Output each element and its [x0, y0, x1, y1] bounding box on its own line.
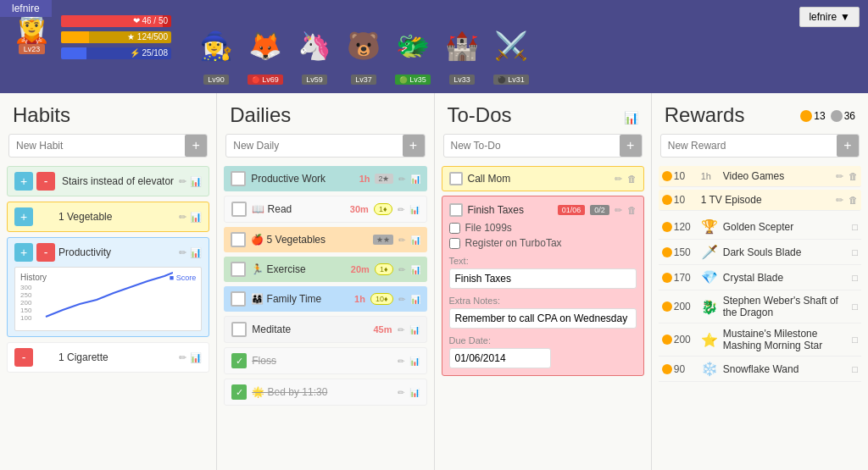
daily-bar-icon[interactable]: 📊 — [409, 388, 420, 397]
reward-select-icon[interactable]: □ — [852, 364, 858, 374]
daily-edit-icon[interactable]: ✏ — [398, 388, 404, 397]
char-7[interactable]: ⚔️ ⚫Lv31 — [490, 18, 532, 85]
todo-item: Call Mom ✏ 🗑 — [442, 166, 644, 191]
habit-plus-btn[interactable]: + — [14, 172, 33, 191]
reward-select-icon[interactable]: □ — [852, 335, 858, 345]
daily-edit-icon[interactable]: ✏ — [398, 265, 405, 274]
habit-edit-icon[interactable]: ✏ — [179, 212, 186, 223]
char-1[interactable]: 🧙‍♀️ Lv90 — [195, 18, 237, 85]
todo-notes-field[interactable] — [449, 308, 637, 329]
daily-checkbox[interactable]: ✓ — [231, 384, 247, 400]
add-daily-button[interactable]: + — [403, 135, 425, 157]
daily-checkbox[interactable] — [231, 322, 247, 337]
char-2[interactable]: 🦊 🔴Lv69 — [244, 18, 287, 85]
reward-select-icon[interactable]: □ — [852, 222, 858, 232]
daily-bar-icon[interactable]: 📊 — [409, 205, 420, 214]
daily-checkbox[interactable] — [231, 262, 246, 277]
daily-bar-icon[interactable]: 📊 — [410, 265, 420, 274]
subtask-checkbox-2[interactable] — [449, 238, 460, 249]
reward-edit-icon[interactable]: ✏ — [836, 195, 843, 206]
new-daily-input-row: + — [225, 134, 425, 158]
habit-edit-icon[interactable]: ✏ — [179, 352, 186, 363]
daily-checkbox[interactable] — [231, 291, 246, 307]
rewards-coins: 13 36 — [800, 110, 855, 122]
new-reward-input[interactable] — [661, 135, 837, 157]
daily-checkbox[interactable] — [231, 232, 246, 247]
reward-cost: 10 — [662, 194, 696, 206]
todo-checkbox[interactable] — [449, 172, 463, 185]
daily-checkbox[interactable] — [231, 171, 246, 186]
habit-edit-icon[interactable]: ✏ — [179, 247, 186, 258]
cost-gold-icon — [662, 222, 672, 232]
daily-checkbox[interactable] — [231, 202, 247, 217]
new-todo-input[interactable] — [444, 135, 620, 157]
todo-edit-icon[interactable]: ✏ — [615, 174, 622, 185]
stat-bars: ❤ 46 / 50 ★ 124/500 ⚡ 25/108 — [61, 15, 171, 63]
add-todo-button[interactable]: + — [620, 135, 642, 157]
rewards-list: 10 1h Video Games ✏ 🗑 10 1 TV Episode ✏ … — [652, 166, 868, 470]
daily-edit-icon[interactable]: ✏ — [398, 357, 404, 366]
char-6[interactable]: 🏰 Lv33 — [441, 18, 483, 85]
new-daily-input[interactable] — [226, 135, 402, 157]
reward-delete-icon[interactable]: 🗑 — [849, 171, 858, 181]
reward-name: Mustaine's Milestone Mashing Morning Sta… — [723, 328, 848, 351]
daily-level-badge: ★★ — [373, 235, 393, 245]
todo-checkbox[interactable] — [449, 203, 463, 217]
habit-plus-btn[interactable]: + — [14, 243, 33, 262]
todo-text-field[interactable] — [449, 268, 637, 289]
daily-bar-icon[interactable]: 📊 — [409, 325, 420, 335]
daily-bar-icon[interactable]: 📊 — [410, 235, 420, 245]
new-habit-input[interactable] — [9, 135, 185, 157]
reward-delete-icon[interactable]: 🗑 — [849, 195, 858, 205]
daily-item: ✓ 🌟 Bed by 11:30 ✏ 📊 — [224, 379, 426, 406]
reward-select-icon[interactable]: □ — [852, 273, 858, 283]
todo-date-field[interactable] — [449, 348, 551, 368]
daily-edit-icon[interactable]: ✏ — [398, 325, 404, 335]
daily-edit-icon[interactable]: ✏ — [398, 174, 405, 184]
reward-select-icon[interactable]: □ — [852, 301, 858, 312]
user-dropdown[interactable]: lefnire ▼ — [799, 7, 860, 27]
habit-bar-icon[interactable]: 📊 — [190, 247, 202, 258]
reward-edit-icon[interactable]: ✏ — [836, 171, 843, 182]
habit-minus-btn[interactable]: - — [36, 243, 55, 262]
todos-header: To-Dos 📊 — [435, 93, 651, 134]
habit-edit-icon[interactable]: ✏ — [179, 176, 186, 187]
daily-bar-icon[interactable]: 📊 — [409, 357, 420, 366]
subtask-checkbox-1[interactable] — [449, 223, 460, 234]
daily-name: 📖 Read — [252, 203, 345, 215]
daily-edit-icon[interactable]: ✏ — [398, 205, 404, 214]
habit-bar-icon[interactable]: 📊 — [190, 352, 202, 363]
habit-plus-btn[interactable]: + — [14, 207, 33, 226]
todo-delete-icon[interactable]: 🗑 — [627, 174, 637, 184]
char-4[interactable]: 🐻 Lv37 — [342, 18, 385, 85]
reward-name: Video Games — [723, 170, 831, 182]
daily-edit-icon[interactable]: ✏ — [398, 235, 405, 245]
cost-gold-icon — [662, 335, 672, 345]
daily-edit-icon[interactable]: ✏ — [398, 295, 405, 304]
daily-name: 🏃 Exercise — [251, 263, 346, 275]
daily-checkbox[interactable]: ✓ — [231, 353, 247, 368]
add-habit-button[interactable]: + — [185, 135, 207, 157]
habit-bar-icon[interactable]: 📊 — [190, 212, 202, 223]
todo-delete-icon[interactable]: 🗑 — [627, 205, 637, 215]
daily-bar-icon[interactable]: 📊 — [410, 174, 420, 184]
habit-minus-btn[interactable]: - — [14, 348, 33, 367]
reward-name: Dark Souls Blade — [723, 246, 848, 258]
user-tab[interactable]: lefnire — [0, 0, 52, 17]
reward-name: Golden Scepter — [723, 221, 848, 233]
char-5[interactable]: 🐲 🟢Lv35 — [392, 18, 434, 85]
habit-minus-btn[interactable]: - — [36, 172, 55, 191]
todo-name: Finish Taxes — [468, 204, 553, 216]
player-avatar: 🧝 Lv23 — [8, 12, 55, 80]
todo-edit-icon[interactable]: ✏ — [615, 205, 622, 216]
todo-progress-badge: 0/2 — [590, 205, 609, 215]
daily-level-badge: 2★ — [375, 174, 392, 184]
todo-date-label: Due Date: — [449, 335, 637, 346]
char-3[interactable]: 🦄 Lv59 — [293, 18, 336, 85]
todo-notes-label: Extra Notes: — [449, 296, 637, 306]
habit-bar-icon[interactable]: 📊 — [190, 176, 202, 187]
habits-header: Habits — [0, 93, 216, 134]
reward-select-icon[interactable]: □ — [852, 247, 858, 257]
add-reward-button[interactable]: + — [837, 135, 859, 157]
daily-bar-icon[interactable]: 📊 — [410, 295, 420, 304]
